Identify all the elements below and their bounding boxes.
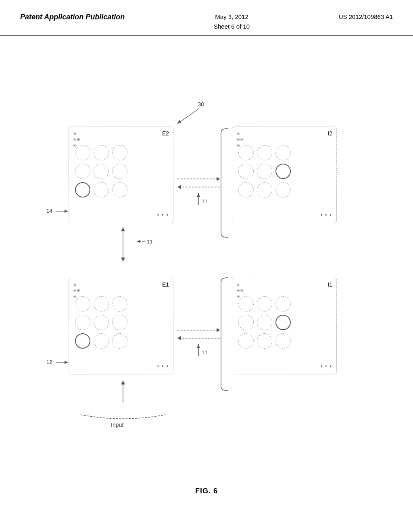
svg-marker-2 [177, 120, 181, 124]
svg-text:11: 11 [147, 239, 152, 245]
e1-stars: ✳✳✳✳ [73, 282, 80, 299]
circle [112, 182, 127, 197]
circle [112, 333, 127, 349]
svg-marker-21 [197, 344, 200, 348]
sheet-info: Sheet 6 of 10 [214, 23, 250, 30]
circle [238, 164, 254, 179]
i2-stars: ✳✳✳✳ [236, 131, 244, 148]
svg-marker-8 [197, 193, 200, 197]
i1-box: ✳✳✳✳ I1 • • • [232, 278, 337, 374]
i1-label: I1 [327, 281, 332, 288]
i2-circle-grid [238, 145, 332, 197]
i1-circle-grid [238, 296, 332, 349]
svg-text:14: 14 [46, 208, 52, 214]
i1-stars: ✳✳✳✳ [236, 282, 244, 299]
svg-marker-17 [217, 328, 220, 332]
e1-box: ✳✳✳✳ E1 • • • [69, 278, 173, 374]
circle [238, 182, 254, 197]
svg-marker-4 [217, 177, 220, 181]
i2-label: I2 [327, 130, 332, 137]
circle [238, 315, 254, 330]
header-date-sheet: May 3, 2012 Sheet 6 of 10 [214, 12, 250, 31]
circle [238, 333, 254, 349]
circle [275, 296, 291, 312]
patent-number: US 2012/109863 A1 [339, 12, 393, 22]
svg-text:30: 30 [198, 101, 204, 108]
svg-marker-6 [177, 185, 181, 189]
svg-marker-33 [65, 361, 68, 364]
circle [94, 164, 109, 179]
e2-label: E2 [162, 130, 169, 137]
page-header: Patent Application Publication May 3, 20… [0, 0, 413, 36]
circle-active [75, 182, 90, 197]
circle [112, 145, 127, 160]
publication-title: Patent Application Publication [20, 12, 125, 22]
circle [257, 333, 272, 349]
arrows-svg: 30 11 11 11 Input [0, 36, 413, 528]
circle [257, 145, 272, 160]
circle [94, 145, 109, 160]
circle [257, 182, 272, 197]
circle [75, 164, 90, 179]
e2-box: ✳✳✳✳ E2 • • • [69, 127, 173, 223]
circle-active-i2 [275, 164, 291, 179]
circle-active-i1 [275, 315, 291, 330]
i2-box: ✳✳✳✳ I2 • • • [232, 127, 337, 223]
circle [94, 315, 109, 330]
e2-circle-grid [75, 145, 169, 197]
i2-dots: • • • [321, 212, 332, 218]
circle [94, 182, 109, 197]
e1-label: E1 [162, 281, 169, 288]
circle [275, 145, 291, 160]
svg-marker-19 [177, 336, 181, 340]
svg-text:Input: Input [111, 422, 123, 428]
e2-stars: ✳✳✳✳ [73, 131, 80, 148]
i1-dots: • • • [321, 364, 332, 369]
circle [257, 164, 272, 179]
circle [75, 315, 90, 330]
circle [257, 296, 272, 312]
circle [257, 315, 272, 330]
svg-marker-24 [121, 380, 125, 384]
circle-active-e1 [75, 333, 90, 349]
circle [275, 182, 291, 197]
svg-marker-27 [65, 210, 68, 213]
circle [275, 333, 291, 349]
svg-marker-14 [137, 240, 140, 243]
pub-date: May 3, 2012 [215, 13, 248, 20]
e1-circle-grid [75, 296, 169, 349]
e1-dots: • • • [157, 364, 169, 369]
figure-caption: FIG. 6 [0, 487, 413, 495]
svg-text:11: 11 [202, 349, 207, 355]
svg-text:11: 11 [202, 198, 207, 204]
circle [112, 164, 127, 179]
svg-marker-12 [121, 258, 125, 262]
svg-line-1 [177, 108, 199, 124]
svg-marker-11 [121, 227, 125, 231]
circle [94, 296, 109, 312]
circle [112, 296, 127, 312]
circle [94, 333, 109, 349]
circle [112, 315, 127, 330]
e2-dots: • • • [157, 212, 169, 218]
svg-text:12: 12 [46, 359, 52, 365]
diagram-area: 30 11 11 11 Input [0, 36, 413, 528]
